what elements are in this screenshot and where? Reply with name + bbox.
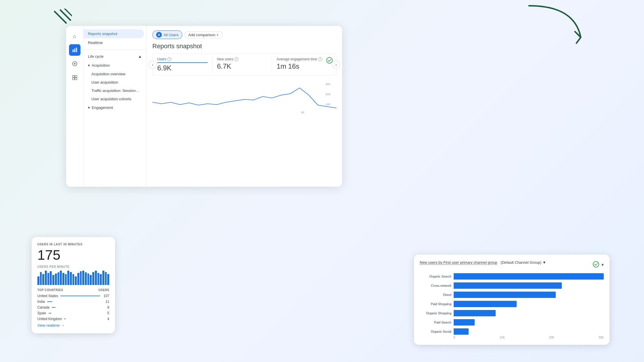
stats-prev-button[interactable]: ‹	[149, 61, 157, 69]
bar-mini-item	[42, 274, 44, 285]
nav-engagement-section[interactable]: ▾ Engagement	[83, 103, 146, 112]
bar-mini-item	[77, 273, 79, 285]
bar-mini-item	[92, 272, 94, 285]
sidebar-advertising-icon[interactable]	[69, 72, 80, 83]
country-bar	[49, 313, 51, 313]
nav-acquisition-section[interactable]: ▾ Acquisition	[83, 61, 146, 70]
line-chart-area: 400 300 200 04 Aug	[152, 79, 336, 114]
country-name: United States	[37, 294, 58, 298]
h-bar-track	[454, 301, 604, 307]
country-bar	[60, 296, 100, 296]
h-bar-row: Organic Shopping	[420, 310, 604, 316]
country-bar-wrap	[47, 301, 100, 302]
h-bar-label: Organic Search	[420, 275, 451, 278]
bar-mini-item	[65, 274, 67, 285]
nav-user-acquisition[interactable]: User acquisition	[83, 78, 146, 86]
bar-mini-item	[97, 273, 99, 285]
stats-check-icon	[326, 57, 333, 65]
h-bar-row: Direct	[420, 292, 604, 298]
all-users-chip[interactable]: A All Users	[152, 30, 182, 39]
view-realtime-link[interactable]: View realtime →	[37, 323, 109, 328]
h-bar-fill	[454, 310, 496, 316]
h-bar-row: Organic Social	[420, 328, 604, 335]
country-row: Canada 9	[37, 305, 109, 309]
h-bar-label: Direct	[420, 293, 451, 296]
country-bar	[47, 301, 52, 302]
card-menu-icon[interactable]: ▾	[601, 262, 604, 267]
nav-user-acquisition-cohorts[interactable]: User acquisition cohorts	[83, 95, 146, 103]
nav-realtime[interactable]: Realtime	[83, 38, 146, 47]
new-users-card: New users by First user primary channel …	[414, 255, 610, 345]
bar-mini-item	[100, 274, 102, 285]
stat-engagement-value: 1m 16s	[277, 62, 327, 70]
svg-point-8	[327, 57, 332, 63]
realtime-header-label: USERS IN LAST 30 MINUTES	[37, 243, 109, 246]
h-bar-track	[454, 319, 604, 326]
svg-point-14	[593, 261, 599, 267]
h-bar-fill	[454, 328, 469, 335]
info-icon-3: ?	[318, 57, 322, 61]
h-bar-track	[454, 282, 604, 289]
sidebar-explore-icon[interactable]	[69, 58, 80, 70]
svg-point-7	[74, 63, 75, 65]
bar-mini-item	[72, 274, 74, 285]
nav-reports-snapshot[interactable]: Reports snapshot	[83, 29, 144, 38]
h-bar-fill	[454, 301, 517, 307]
country-bar-wrap	[64, 319, 100, 319]
info-icon-2: ?	[234, 57, 238, 61]
country-name: United Kingdom	[37, 317, 62, 321]
add-comparison-button[interactable]: Add comparison +	[185, 31, 223, 38]
country-bar-wrap	[52, 307, 100, 308]
svg-rect-5	[76, 48, 77, 52]
country-count: 107	[102, 294, 109, 298]
stats-row: Users ? 6.9K New users ? 6.7K Average en…	[157, 57, 331, 72]
country-bar-wrap	[49, 313, 100, 313]
stat-engagement-label: Average engagement time ?	[277, 57, 327, 61]
dropdown-icon[interactable]: ▼	[543, 260, 546, 265]
country-name: Spain	[37, 311, 46, 315]
country-row: India 11	[37, 300, 109, 304]
svg-text:300: 300	[326, 93, 330, 96]
new-users-card-title: New users by First user primary channel …	[420, 260, 546, 265]
stat-new-users-label: New users ?	[217, 57, 267, 61]
bar-mini-item	[90, 275, 92, 285]
realtime-card: USERS IN LAST 30 MINUTES 175 USERS PER M…	[32, 237, 115, 333]
stats-card: ‹ Users ? 6.9K New users ? 6.7K	[152, 53, 336, 76]
country-name: Canada	[37, 305, 49, 309]
bar-mini-item	[105, 272, 107, 285]
top-countries-header: TOP COUNTRIES USERS	[37, 288, 109, 292]
arrow-right-icon: →	[61, 323, 65, 328]
sidebar-reports-icon[interactable]	[69, 44, 80, 56]
svg-text:400: 400	[326, 83, 330, 86]
card-check-icon	[593, 261, 599, 269]
h-bar-track	[454, 292, 604, 298]
h-bar-track	[454, 328, 604, 335]
stats-next-button[interactable]: ›	[332, 61, 340, 69]
country-count: 11	[102, 300, 109, 304]
plus-icon: +	[216, 33, 219, 37]
country-row: United States 107	[37, 294, 109, 298]
stat-new-users: New users ? 6.7K	[212, 57, 272, 70]
h-bar-label: Cross-network	[420, 284, 451, 287]
h-bar-track	[454, 310, 604, 316]
bar-mini-item	[57, 272, 60, 285]
info-icon: ?	[167, 57, 171, 61]
horizontal-bar-chart: Organic Search Cross-network Direct Paid…	[420, 273, 604, 335]
country-count: 9	[102, 305, 109, 309]
nav-acquisition-overview[interactable]: Acquisition overview	[83, 70, 146, 78]
bar-mini-item	[52, 275, 54, 285]
stat-engagement: Average engagement time ? 1m 16s	[272, 57, 331, 70]
nav-lifecycle-section[interactable]: Life cycle ▲	[83, 52, 146, 61]
sidebar-home-icon[interactable]: ⌂	[69, 30, 80, 42]
realtime-subheader-label: USERS PER MINUTE	[37, 265, 109, 268]
stat-users-label: Users ?	[157, 57, 208, 63]
bar-mini-item	[107, 274, 109, 285]
country-rows: United States 107 India 11 Canada 9 Spai…	[37, 294, 109, 321]
country-count: 4	[102, 317, 109, 321]
x-tick: 20K	[549, 336, 554, 339]
h-bar-label: Organic Shopping	[420, 311, 451, 315]
country-name: India	[37, 300, 45, 304]
nav-traffic-acquisition[interactable]: Traffic acquisition: Session...	[83, 86, 146, 95]
country-row: Spain 5	[37, 311, 109, 315]
bar-mini-item	[45, 271, 47, 285]
